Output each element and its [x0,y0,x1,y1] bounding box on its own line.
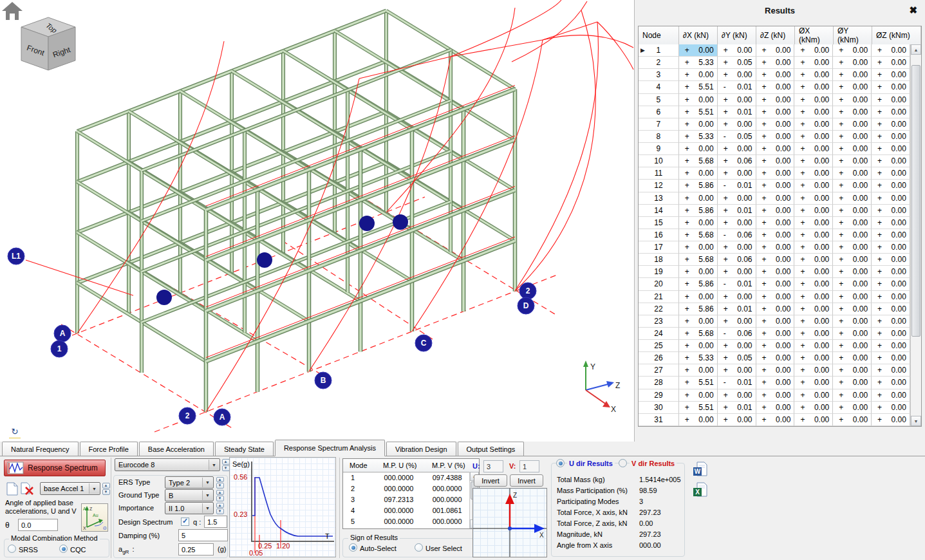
table-row[interactable]: 22+5.86+0.01+0.00+0.00+0.00+0.00 [639,303,910,315]
result-cell[interactable]: +0.00 [679,389,718,402]
result-cell[interactable]: +0.00 [679,94,718,106]
result-cell[interactable]: +0.00 [833,364,872,377]
result-cell[interactable]: +0.00 [833,167,872,180]
table-row[interactable]: 26+5.33+0.05+0.00+0.00+0.00+0.00 [639,352,910,364]
node-cell[interactable]: 31 [639,414,679,426]
result-cell[interactable]: +0.00 [833,389,872,402]
table-row[interactable]: 23+0.00+0.00+0.00+0.00+0.00+0.00 [639,315,910,328]
result-cell[interactable]: +5.86 [679,205,718,217]
result-cell[interactable]: +0.05 [718,352,756,364]
table-row[interactable]: 7+0.00+0.00+0.00+0.00+0.00+0.00 [639,118,910,131]
result-cell[interactable]: -0.06 [718,328,756,340]
result-cell[interactable]: +0.00 [794,217,833,229]
invert-v-button[interactable]: Invert [510,474,543,487]
result-cell[interactable]: +0.00 [679,241,718,254]
tab-natural-frequency[interactable]: Natural Frequency [2,442,79,456]
down-arrow-icon[interactable]: ▼ [216,496,224,501]
node-cell[interactable]: 25 [639,340,679,352]
result-cell[interactable]: +0.00 [872,57,910,69]
home-icon[interactable] [2,2,23,20]
result-cell[interactable]: +0.00 [679,167,718,180]
mode-row[interactable]: 4000.0000001.0861 [343,505,469,516]
result-cell[interactable]: +0.00 [872,315,910,328]
result-cell[interactable]: +0.00 [679,266,718,278]
result-cell[interactable]: +0.00 [718,340,756,352]
ground-spinner[interactable]: ▲▼ [216,489,224,501]
result-cell[interactable]: +0.00 [756,291,795,303]
orbit-cursor-icon[interactable]: ↻ [9,427,21,438]
delete-case-icon[interactable] [21,482,35,496]
up-arrow-icon[interactable]: ▲ [222,459,230,465]
result-cell[interactable]: +0.00 [872,414,910,426]
result-cell[interactable]: +0.05 [718,57,756,69]
user-select-radio[interactable] [415,543,423,552]
result-cell[interactable]: +0.00 [872,389,910,402]
tab-output-settings[interactable]: Output Settings [458,442,525,456]
tab-base-acceleration[interactable]: Base Acceleration [139,442,214,456]
analysis-tabbar[interactable]: Natural FrequencyForce ProfileBase Accel… [0,442,925,456]
agr-input[interactable]: 0.25 [178,543,214,555]
result-cell[interactable]: +0.00 [872,377,910,389]
result-cell[interactable]: +0.00 [756,389,795,402]
result-cell[interactable]: -0.01 [718,377,756,389]
result-cell[interactable]: +5.86 [679,180,718,192]
result-cell[interactable]: +0.00 [872,364,910,377]
result-cell[interactable]: +0.00 [794,340,833,352]
result-cell[interactable]: +0.00 [756,57,795,69]
result-cell[interactable]: +0.00 [756,352,795,364]
new-case-icon[interactable] [6,482,18,496]
auto-select-radio[interactable] [349,543,357,552]
result-cell[interactable]: +0.00 [794,205,833,217]
result-cell[interactable]: +0.00 [833,254,872,266]
result-cell[interactable]: +0.00 [679,291,718,303]
q-input[interactable]: 1.5 [204,516,227,528]
view-cube[interactable]: Top Front Right [21,17,75,70]
result-cell[interactable]: +0.00 [833,69,872,81]
result-cell[interactable]: +0.00 [872,229,910,241]
table-row[interactable]: 28+5.51-0.01+0.00+0.00+0.00+0.00 [639,377,910,389]
result-cell[interactable]: +0.00 [756,278,795,290]
result-cell[interactable]: +0.00 [872,241,910,254]
result-cell[interactable]: +0.00 [794,389,833,402]
node-cell[interactable]: 17 [639,241,679,254]
u-dir-results-label[interactable]: U dir Results [567,460,615,467]
result-cell[interactable]: +0.00 [833,94,872,106]
result-cell[interactable]: +0.00 [756,315,795,328]
result-cell[interactable]: +0.00 [794,414,833,426]
down-arrow-icon[interactable]: ▼ [216,509,224,514]
result-cell[interactable]: +0.00 [872,254,910,266]
result-cell[interactable]: +0.00 [872,180,910,192]
result-cell[interactable]: +0.00 [833,377,872,389]
table-row[interactable]: 5+0.00+0.00+0.00+0.00+0.00+0.00 [639,94,910,106]
v-dir-results-radio[interactable] [619,459,627,467]
result-cell[interactable]: +0.00 [872,192,910,205]
result-cell[interactable]: +0.06 [718,155,756,167]
result-cell[interactable]: +0.00 [794,69,833,81]
result-cell[interactable]: +0.00 [756,167,795,180]
result-cell[interactable]: +0.00 [872,155,910,167]
table-row[interactable]: 9+0.00+0.00+0.00+0.00+0.00+0.00 [639,143,910,155]
result-cell[interactable]: +5.68 [679,254,718,266]
table-row[interactable]: ▶1+0.00+0.00+0.00+0.00+0.00+0.00 [639,44,910,57]
result-cell[interactable]: +0.00 [872,44,910,57]
result-cell[interactable]: +5.86 [679,303,718,315]
result-cell[interactable]: +0.00 [872,291,910,303]
result-cell[interactable]: +0.00 [794,364,833,377]
result-cell[interactable]: +0.00 [872,118,910,131]
result-cell[interactable]: +0.00 [794,44,833,57]
cqc-radio[interactable] [59,545,68,553]
result-cell[interactable]: +5.68 [679,229,718,241]
damping-input[interactable]: 5 [178,529,228,541]
result-cell[interactable]: +0.00 [833,278,872,290]
result-cell[interactable]: +0.00 [679,340,718,352]
result-cell[interactable]: +0.00 [794,303,833,315]
table-row[interactable]: 15+0.00+0.00+0.00+0.00+0.00+0.00 [639,217,910,229]
table-row[interactable]: 10+5.68+0.06+0.00+0.00+0.00+0.00 [639,155,910,167]
node-cell[interactable]: 24 [639,328,679,340]
result-cell[interactable]: +0.00 [872,266,910,278]
node-cell[interactable]: 30 [639,402,679,414]
result-cell[interactable]: +0.00 [794,377,833,389]
result-cell[interactable]: +0.00 [756,340,795,352]
result-cell[interactable]: +0.00 [872,81,910,93]
table-row[interactable]: 19+0.00+0.00+0.00+0.00+0.00+0.00 [639,266,910,278]
